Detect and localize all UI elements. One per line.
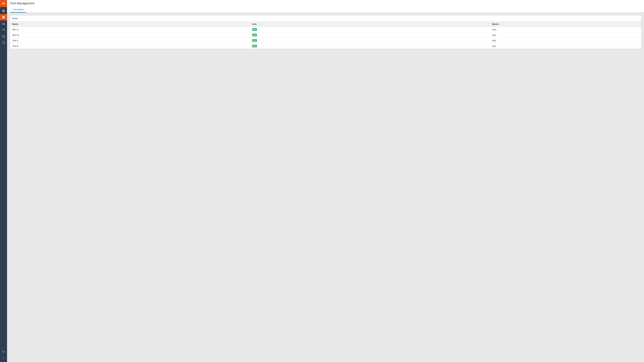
port-name: NET A [10, 27, 250, 32]
server-icon [2, 16, 5, 19]
sidebar-item-settings[interactable] [0, 33, 7, 39]
bar-chart-icon [2, 22, 5, 25]
sidebar-item-routing[interactable] [0, 27, 7, 33]
port-speed: 10G [490, 43, 641, 49]
sidebar-item-dashboard[interactable] [0, 8, 7, 14]
arrow-right-icon [2, 357, 5, 360]
sidebar-item-port-mgmt[interactable] [0, 14, 7, 20]
link-badge: Up [252, 34, 257, 36]
link-badge: Up [252, 45, 257, 47]
svg-point-4 [4, 17, 4, 17]
port-name: TAP B [10, 43, 250, 49]
col-header-link: Link [250, 21, 490, 27]
table-row: NET AUp10G [10, 27, 641, 32]
sidebar-item-logout[interactable] [0, 349, 7, 355]
tab-information[interactable]: Information [10, 7, 26, 12]
document-icon [2, 41, 5, 44]
port-link: Up [250, 32, 490, 38]
page-title: Port Management [10, 2, 641, 5]
ports-section-header: Ports [10, 15, 641, 21]
sidebar-item-analytics[interactable] [0, 20, 7, 27]
table-header-row: Name Link Speed [10, 21, 641, 27]
app-logo: SP [0, 0, 7, 7]
content-area: Ports Name Link Speed NET AUp10GNET BUp1… [7, 12, 644, 362]
port-name: NET B [10, 32, 250, 38]
shuffle-icon [2, 28, 5, 31]
col-header-name: Name [10, 21, 250, 27]
port-speed: 10G [490, 27, 641, 32]
port-name: TAP A [10, 38, 250, 43]
tab-bar: Information [10, 7, 641, 12]
table-row: TAP AUp10G [10, 38, 641, 43]
grid-icon [2, 9, 5, 12]
port-speed: 10G [490, 32, 641, 38]
sidebar-item-reports[interactable] [0, 39, 7, 46]
svg-rect-5 [2, 24, 3, 25]
gear-icon [2, 35, 5, 38]
sidebar-bottom [0, 349, 7, 362]
ports-table: Name Link Speed NET AUp10GNET BUp10GTAP … [10, 21, 641, 49]
ports-panel: Ports Name Link Speed NET AUp10GNET BUp1… [10, 15, 641, 49]
svg-rect-6 [3, 23, 4, 25]
table-row: TAP BUp10G [10, 43, 641, 49]
link-badge: Up [252, 28, 257, 31]
svg-rect-2 [2, 18, 5, 18]
svg-rect-7 [4, 23, 5, 25]
link-badge: Up [252, 39, 257, 42]
exit-icon [2, 350, 5, 353]
ports-section-title: Ports [12, 17, 18, 20]
col-header-speed: Speed [490, 21, 641, 27]
port-link: Up [250, 43, 490, 49]
port-speed: 10G [490, 38, 641, 43]
sidebar-item-expand[interactable] [0, 355, 7, 361]
svg-point-8 [3, 36, 4, 37]
table-row: NET BUp10G [10, 32, 641, 38]
main-content: Port Management Information Ports Name L… [7, 0, 644, 362]
port-link: Up [250, 38, 490, 43]
port-link: Up [250, 27, 490, 32]
svg-point-3 [4, 16, 4, 16]
sidebar: SP [0, 0, 7, 362]
page-header: Port Management Information [7, 0, 644, 12]
